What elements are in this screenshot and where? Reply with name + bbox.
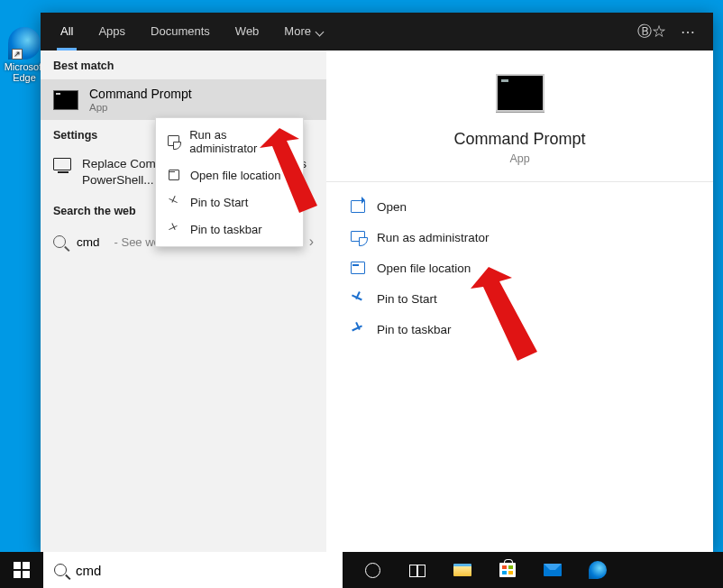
start-button[interactable]	[0, 552, 43, 588]
web-query: cmd	[77, 235, 100, 249]
taskbar	[0, 552, 723, 588]
action-run-as-administrator[interactable]: Run as administrator	[335, 222, 704, 253]
feedback-icon[interactable]: Ⓑ☆	[637, 23, 666, 41]
pin-start-icon	[167, 195, 181, 209]
pin-taskbar-icon	[167, 222, 181, 236]
shortcut-overlay-icon: ↗	[12, 49, 23, 60]
ctx-run-as-administrator[interactable]: Run as administrator	[156, 122, 303, 161]
run-as-admin-icon	[167, 134, 180, 149]
desktop-icon-label: Microsoft Edge	[4, 61, 45, 83]
microsoft-store-button[interactable]	[487, 552, 528, 588]
preview-subtitle: App	[509, 152, 529, 165]
tab-web[interactable]: Web	[223, 13, 272, 51]
pin-taskbar-icon	[350, 322, 366, 336]
edge-icon	[589, 561, 607, 579]
file-explorer-button[interactable]	[442, 552, 483, 588]
windows-logo-icon	[14, 562, 30, 578]
tab-all[interactable]: All	[48, 13, 86, 51]
task-view-button[interactable]	[397, 552, 438, 588]
search-flyout: All Apps Documents Web More Ⓑ☆ ⋯ Best ma…	[41, 13, 713, 552]
search-icon	[53, 235, 66, 248]
run-as-admin-icon	[350, 230, 366, 244]
file-explorer-icon	[453, 564, 471, 576]
folder-icon	[167, 168, 181, 182]
edge-button[interactable]	[577, 552, 618, 588]
action-open-file-location[interactable]: Open file location	[335, 253, 704, 283]
command-prompt-icon	[53, 90, 78, 110]
display-settings-icon	[53, 158, 71, 170]
ctx-open-file-location[interactable]: Open file location	[156, 161, 303, 188]
mail-button[interactable]	[532, 552, 573, 588]
action-pin-to-start[interactable]: Pin to Start	[335, 283, 704, 314]
action-open[interactable]: Open	[335, 191, 704, 222]
cortana-icon	[365, 563, 380, 578]
pin-start-icon	[350, 291, 366, 306]
open-icon	[350, 199, 366, 214]
tab-documents[interactable]: Documents	[138, 13, 223, 51]
folder-icon	[350, 261, 366, 275]
chevron-down-icon	[316, 28, 325, 37]
preview-pane: Command Prompt App Open Run as administr…	[326, 51, 713, 552]
tab-apps[interactable]: Apps	[86, 13, 138, 51]
desktop-icon-edge[interactable]: ↗ Microsoft Edge	[4, 27, 45, 83]
taskbar-search-box[interactable]	[43, 552, 343, 588]
preview-title: Command Prompt	[453, 130, 585, 149]
task-view-icon	[409, 565, 426, 575]
edge-icon: ↗	[8, 27, 41, 60]
mail-icon	[544, 564, 562, 576]
result-command-prompt[interactable]: Command Prompt App	[41, 79, 326, 120]
action-pin-to-taskbar[interactable]: Pin to taskbar	[335, 314, 704, 345]
cortana-button[interactable]	[352, 552, 393, 588]
result-title: Command Prompt	[89, 87, 192, 101]
store-icon	[499, 563, 516, 577]
result-subtitle: App	[89, 102, 192, 113]
tab-more[interactable]: More	[271, 13, 335, 51]
more-options-icon[interactable]: ⋯	[681, 23, 697, 41]
search-tabs: All Apps Documents Web More Ⓑ☆ ⋯	[41, 13, 713, 51]
command-prompt-large-icon	[496, 74, 545, 112]
ctx-pin-to-taskbar[interactable]: Pin to taskbar	[156, 216, 303, 243]
taskbar-search-input[interactable]	[76, 563, 332, 578]
context-menu: Run as administrator Open file location …	[155, 117, 304, 247]
chevron-right-icon: ›	[309, 234, 314, 250]
section-best-match: Best match	[41, 51, 326, 79]
ctx-pin-to-start[interactable]: Pin to Start	[156, 188, 303, 216]
search-icon	[54, 564, 67, 576]
